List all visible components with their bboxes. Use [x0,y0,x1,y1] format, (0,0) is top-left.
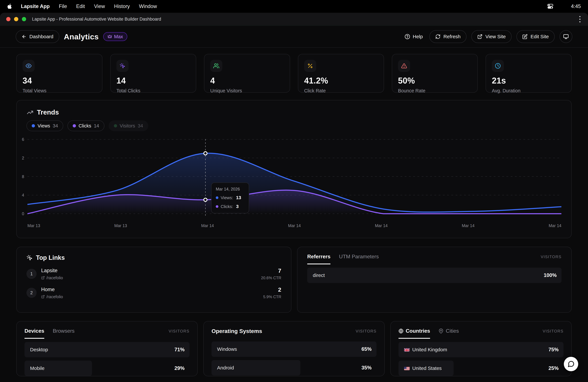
menu-item-file[interactable]: File [59,3,67,9]
tab-devices[interactable]: Devices [24,328,44,339]
views-dot [216,196,218,199]
crown-icon [107,34,112,39]
clock-icon [495,63,501,69]
stat-card-bounce-rate: 50% Bounce Rate [392,54,478,93]
tab-browsers[interactable]: Browsers [53,328,74,338]
x-axis-label: Mar 14 [462,223,475,228]
zoom-window-button[interactable] [22,17,26,21]
menu-item-view[interactable]: View [94,3,105,9]
window-controls [6,17,26,21]
device-preview-button[interactable] [560,30,572,43]
percent-icon [307,63,313,69]
menu-item-edit[interactable]: Edit [76,3,85,9]
cursor-click-icon [26,255,33,261]
cursor-click-icon [120,63,126,69]
top-link-row: 2 Home /racefolio 2 5.9% CTR [26,286,281,299]
device-value: 71% [174,347,185,353]
referrer-bar [307,268,562,283]
trends-title: Trends [17,108,571,116]
country-row: United States 25% [399,361,564,376]
stat-card-avg-duration: 21s Avg. Duration [485,54,572,93]
tab-countries[interactable]: Countries [399,328,430,339]
views-dot [32,124,35,127]
stat-label: Avg. Duration [492,88,566,93]
legend-toggle-clicks[interactable]: Clicks 14 [67,120,104,131]
countries-card: Countries Cities VISITORS United Kingdom… [390,321,572,376]
stat-value: 50% [398,76,472,85]
users-icon [213,63,219,69]
stat-label: Total Views [22,88,96,93]
plan-badge: Max [103,32,127,41]
menu-item-history[interactable]: History [114,3,130,9]
link-name: Home [41,287,63,293]
stat-label: Click Rate [304,88,378,93]
edit-site-button[interactable]: Edit Site [516,30,555,43]
stat-label: Total Clicks [116,88,190,93]
x-axis-label: Mar 14 [549,223,561,228]
back-to-dashboard-button[interactable]: Dashboard [16,30,59,43]
country-label: United Kingdom [404,347,447,352]
menubar-app-name[interactable]: Lapsite App [21,3,50,9]
stat-value: 41.2% [304,76,378,85]
chat-support-button[interactable] [564,357,578,371]
legend-toggle-views[interactable]: Views 34 [26,120,63,131]
device-row: Desktop 71% [24,342,189,357]
trends-chart[interactable]: 62840 Mar 14, 2026 Views: 13 Clicks: 3 [27,139,561,216]
os-value: 35% [361,365,372,371]
stat-label: Bounce Rate [398,88,472,93]
trend-lines [27,139,561,216]
stat-value: 4 [210,76,284,85]
device-label: Mobile [30,365,44,371]
link-url[interactable]: /racefolio [41,276,63,280]
country-label: United States [404,365,442,371]
legend-toggle-visitors[interactable]: Visitors 34 [109,120,148,131]
stat-card-unique-visitors: 4 Unique Visitors [204,54,290,93]
device-row: Mobile 29% [24,361,189,376]
x-axis-label: Mar 14 [288,223,301,228]
tab-utm-parameters[interactable]: UTM Parameters [339,254,379,264]
help-circle-icon [405,34,410,39]
referrer-row: direct 100% [307,268,562,283]
link-ctr: 20.6% CTR [261,276,281,280]
more-options-icon[interactable] [578,15,582,24]
menubar-clock: 4:45 [571,3,581,9]
alert-triangle-icon [401,63,407,69]
control-center-icon[interactable] [547,4,554,9]
link-url[interactable]: /racefolio [41,295,63,299]
menu-item-window[interactable]: Window [139,3,157,9]
close-window-button[interactable] [6,17,10,21]
os-label: Android [217,365,234,371]
external-link-icon [41,276,45,279]
clicks-dot [216,205,218,208]
x-axis-label: Mar 14 [201,223,214,228]
top-links-card: Top Links 1 Lapsite /racefolio 7 20.6% C… [16,247,291,313]
link-clicks: 7 [261,267,281,274]
view-site-button[interactable]: View Site [471,30,512,43]
devices-card: Devices Browsers VISITORS Desktop 71% Mo… [16,321,198,376]
map-pin-icon [439,329,443,334]
visitors-dot [114,124,117,127]
minimize-window-button[interactable] [14,17,18,21]
apple-menu-icon[interactable] [7,4,12,9]
link-ctr: 5.9% CTR [263,295,281,299]
tab-cities[interactable]: Cities [439,328,459,338]
help-button[interactable]: Help [403,34,424,39]
uk-flag [404,348,410,352]
tab-referrers[interactable]: Referrers [307,254,330,264]
stat-value: 21s [492,76,566,85]
country-value: 25% [548,365,559,371]
external-link-icon [477,34,483,39]
device-value: 29% [174,365,185,371]
trending-up-icon [27,109,33,116]
y-axis-label: 6 [22,137,24,142]
rank-badge: 2 [26,288,37,298]
visitors-column-header: VISITORS [543,328,564,334]
stat-label: Unique Visitors [210,88,284,93]
monitor-icon [563,34,569,39]
top-link-row: 1 Lapsite /racefolio 7 20.6% CTR [26,267,281,280]
page-title: Analytics [64,32,99,41]
stat-value: 34 [22,76,96,85]
y-axis-label: 8 [22,174,24,179]
operating-systems-card: Operating Systems VISITORS Windows 65% A… [203,321,385,376]
refresh-button[interactable]: Refresh [429,30,466,43]
